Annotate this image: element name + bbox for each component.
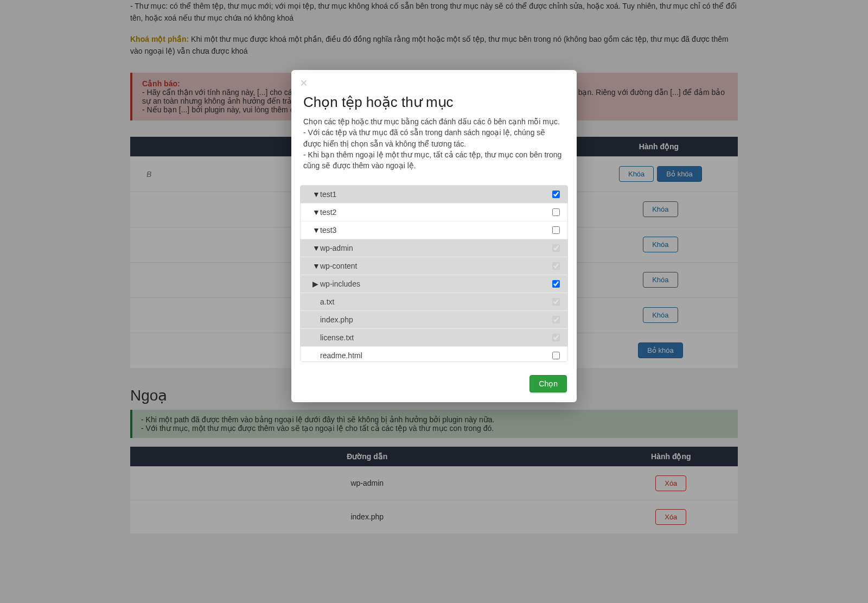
tree-item-label: wp-content (320, 262, 357, 270)
chevron-down-icon[interactable]: ▼ (312, 208, 319, 217)
modal-title: Chọn tệp hoặc thư mục (303, 94, 565, 111)
tree-item[interactable]: license.txt (301, 328, 567, 346)
tree-item-checkbox[interactable] (552, 352, 560, 359)
tree-item[interactable]: ▶wp-includes (301, 275, 567, 293)
tree-item[interactable]: readme.html (301, 346, 567, 362)
tree-item-checkbox[interactable] (552, 280, 560, 288)
tree-item-label: test2 (320, 208, 336, 217)
modal-desc-line: Chọn các tệp hoặc thư mục bằng cách đánh… (303, 116, 565, 127)
tree-item[interactable]: index.php (301, 310, 567, 328)
tree-item[interactable]: ▼wp-content (301, 257, 567, 275)
file-picker-modal: × Chọn tệp hoặc thư mục Chọn các tệp hoặ… (291, 70, 577, 402)
tree-item-checkbox[interactable] (552, 191, 560, 198)
tree-item-label: test1 (320, 190, 336, 199)
tree-item-checkbox[interactable] (552, 226, 560, 234)
tree-item-checkbox (552, 298, 560, 306)
chevron-down-icon[interactable]: ▼ (312, 244, 319, 252)
tree-item-label: index.php (320, 315, 353, 324)
chevron-right-icon[interactable]: ▶ (312, 280, 319, 288)
modal-desc-line: - Khi bạn thêm ngoại lệ một thư mục, tất… (303, 149, 565, 172)
tree-item[interactable]: ▼wp-admin (301, 239, 567, 257)
tree-item-checkbox (552, 316, 560, 323)
tree-item-label: license.txt (320, 333, 354, 342)
tree-item[interactable]: a.txt (301, 293, 567, 310)
tree-item[interactable]: ▼test3 (301, 221, 567, 239)
choose-button[interactable]: Chọn (529, 375, 567, 392)
modal-desc-line: - Với các tệp và thư mục đã có sẵn trong… (303, 127, 565, 149)
tree-item-label: wp-admin (320, 244, 353, 252)
chevron-down-icon[interactable]: ▼ (312, 226, 319, 234)
tree-item[interactable]: ▼test2 (301, 203, 567, 221)
tree-item-label: readme.html (320, 351, 362, 360)
tree-item-label: wp-includes (320, 280, 360, 288)
tree-item-checkbox (552, 334, 560, 341)
chevron-down-icon[interactable]: ▼ (312, 190, 319, 199)
file-tree[interactable]: ▼test1▼test2▼test3▼wp-admin▼wp-content▶w… (300, 185, 568, 362)
tree-item[interactable]: ▼test1 (301, 186, 567, 203)
modal-description: Chọn các tệp hoặc thư mục bằng cách đánh… (303, 116, 565, 171)
tree-item-checkbox[interactable] (552, 208, 560, 216)
close-icon[interactable]: × (300, 77, 308, 90)
tree-item-checkbox (552, 262, 560, 270)
tree-item-label: test3 (320, 226, 336, 234)
tree-item-label: a.txt (320, 297, 334, 306)
tree-item-checkbox (552, 244, 560, 252)
chevron-down-icon[interactable]: ▼ (312, 262, 319, 270)
